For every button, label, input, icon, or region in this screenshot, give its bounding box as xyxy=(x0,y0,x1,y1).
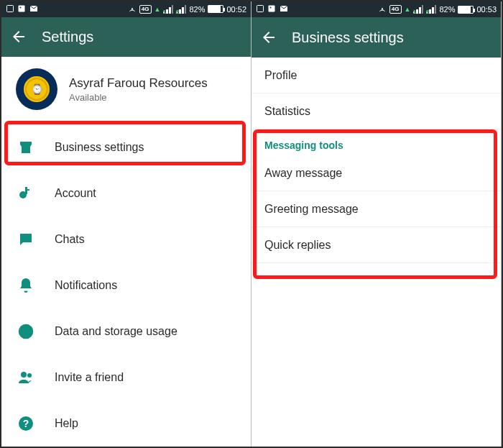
store-icon xyxy=(17,139,34,156)
svg-point-2 xyxy=(20,6,22,8)
network-4g-label: 4G xyxy=(139,5,152,14)
hotspot-icon xyxy=(128,4,137,14)
settings-item-label: Data and storage usage xyxy=(55,325,177,338)
svg-point-9 xyxy=(21,372,27,378)
business-item-profile[interactable]: Profile xyxy=(251,58,501,93)
screen-settings: 4G ▲ 1 2 82% 00:52 Settings ⌚ Asyraf Far… xyxy=(1,1,251,447)
settings-item-help[interactable]: ? Help xyxy=(1,401,251,447)
hotspot-icon xyxy=(378,4,387,14)
signal-1-icon: 1 xyxy=(163,5,173,14)
data-icon xyxy=(17,323,34,340)
settings-item-label: Chats xyxy=(55,233,85,246)
page-title: Business settings xyxy=(292,29,404,46)
mail-icon xyxy=(279,4,289,14)
signal-2-icon: 2 xyxy=(426,5,436,14)
business-item-greeting[interactable]: Greeting message xyxy=(251,191,501,227)
avatar: ⌚ xyxy=(16,68,57,110)
svg-point-15 xyxy=(270,7,272,9)
svg-rect-13 xyxy=(257,6,264,12)
settings-item-label: Invite a friend xyxy=(55,371,124,384)
settings-item-business[interactable]: Business settings xyxy=(1,124,251,170)
bell-icon xyxy=(17,277,34,294)
battery-icon xyxy=(208,5,223,13)
battery-pct: 82% xyxy=(189,5,205,14)
profile-name: Asyraf Farouq Resources xyxy=(69,76,208,91)
svg-rect-4 xyxy=(20,142,32,143)
screenshot-icon xyxy=(6,4,14,14)
svg-text:?: ? xyxy=(23,418,29,429)
signal-1-icon: 1 xyxy=(413,5,423,14)
svg-point-10 xyxy=(27,373,32,378)
status-bar: 4G ▲ 1 2 82% 00:52 xyxy=(1,1,251,17)
settings-item-invite[interactable]: Invite a friend xyxy=(1,355,251,401)
back-button[interactable] xyxy=(260,29,277,46)
people-icon xyxy=(17,369,34,386)
svg-rect-7 xyxy=(27,189,29,191)
network-4g-label: 4G xyxy=(389,5,402,14)
chat-icon xyxy=(17,231,34,248)
image-icon xyxy=(17,4,26,14)
settings-item-label: Notifications xyxy=(55,279,117,292)
svg-rect-0 xyxy=(7,5,14,12)
screenshot-icon xyxy=(256,4,264,14)
battery-pct: 82% xyxy=(439,5,455,14)
settings-item-label: Business settings xyxy=(55,141,144,154)
list-item-label: Away message xyxy=(264,167,342,180)
key-icon xyxy=(17,185,34,202)
business-list: Profile Statistics Messaging tools Away … xyxy=(251,58,501,447)
settings-item-account[interactable]: Account xyxy=(1,170,251,216)
screen-business-settings: 4G ▲ 1 2 82% 00:53 Business settings Pro… xyxy=(251,1,502,447)
back-button[interactable] xyxy=(10,28,27,45)
business-item-quick-replies[interactable]: Quick replies xyxy=(251,227,501,263)
business-item-statistics[interactable]: Statistics xyxy=(251,93,501,129)
profile-status: Available xyxy=(69,92,208,103)
app-bar: Business settings xyxy=(251,17,501,58)
settings-list: Business settings Account Chats Notifica… xyxy=(1,124,251,447)
settings-item-notifications[interactable]: Notifications xyxy=(1,262,251,308)
list-item-label: Quick replies xyxy=(264,239,331,252)
battery-icon xyxy=(458,6,474,14)
signal-2-icon: 2 xyxy=(176,5,186,14)
section-header-messaging: Messaging tools xyxy=(251,129,501,155)
business-item-away[interactable]: Away message xyxy=(251,155,501,191)
page-title: Settings xyxy=(42,29,93,45)
settings-item-chats[interactable]: Chats xyxy=(1,216,251,262)
svg-rect-14 xyxy=(269,6,275,12)
svg-rect-1 xyxy=(19,5,25,12)
help-icon: ? xyxy=(17,415,34,432)
settings-item-label: Account xyxy=(55,187,96,200)
image-icon xyxy=(267,4,276,14)
profile-header[interactable]: ⌚ Asyraf Farouq Resources Available xyxy=(1,57,251,124)
list-item-label: Statistics xyxy=(264,105,310,118)
app-bar: Settings xyxy=(1,17,251,57)
list-item-label: Greeting message xyxy=(264,203,359,216)
clock: 00:52 xyxy=(226,5,246,14)
status-bar: 4G ▲ 1 2 82% 00:53 xyxy=(251,1,501,17)
svg-point-16 xyxy=(382,8,383,9)
mail-icon xyxy=(29,4,39,14)
svg-point-3 xyxy=(131,8,133,9)
list-item-label: Profile xyxy=(264,69,297,82)
settings-item-label: Help xyxy=(55,417,78,430)
clock: 00:53 xyxy=(476,5,497,14)
settings-item-data[interactable]: Data and storage usage xyxy=(1,308,251,355)
